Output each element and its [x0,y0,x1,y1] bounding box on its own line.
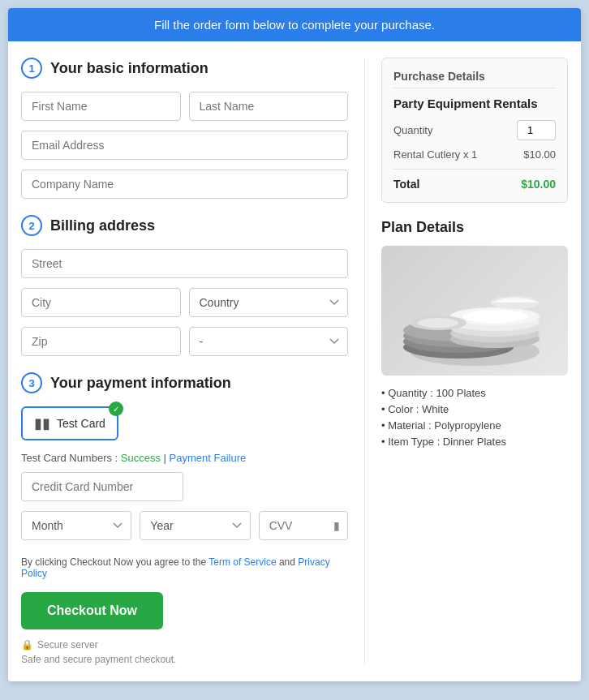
billing-section: 2 Billing address Country - [21,215,348,356]
card-selected-badge: ✓ [109,402,123,416]
state-select[interactable]: - [189,327,349,356]
line-item-label: Rental Cutlery x 1 [393,148,477,161]
credit-card-input[interactable] [21,472,183,501]
plan-spec-item: Quantity : 100 Plates [381,387,568,399]
purchase-item-title: Party Equipment Rentals [393,97,556,110]
email-row [21,131,348,160]
city-input[interactable] [21,288,181,317]
failure-link[interactable]: Payment Failure [170,452,247,464]
quantity-row: Quantity [393,120,556,140]
svg-point-13 [418,318,458,328]
basic-info-section: 1 Your basic information [21,58,348,199]
first-name-input[interactable] [21,92,181,121]
left-column: 1 Your basic information 2 Billi [21,58,365,665]
right-column: Purchase Details Party Equipment Rentals… [365,58,568,665]
street-input[interactable] [21,249,348,278]
plan-spec-item: Material : Polypropylene [381,419,568,432]
tos-link[interactable]: Term of Service [209,556,276,568]
card-label: Test Card [57,417,105,430]
payment-title: 3 Your payment information [21,372,348,393]
total-amount: $10.00 [521,178,556,191]
top-banner: Fill the order form below to complete yo… [8,8,581,41]
basic-info-title: 1 Your basic information [21,58,348,79]
email-input[interactable] [21,131,348,160]
step-3-circle: 3 [21,372,42,393]
zip-input[interactable] [21,327,181,356]
company-row [21,170,348,199]
total-row: Total $10.00 [393,178,556,191]
cc-number-row [21,472,348,501]
country-select[interactable]: Country [189,288,349,317]
secure-server-row: 🔒 Secure server [21,639,348,651]
expiry-cvv-row: Month 010203 040506 070809 101112 Year 2… [21,511,348,540]
secure-subtext: Safe and secure payment checkout. [21,654,348,665]
zip-state-row: - [21,327,348,356]
plan-details-title: Plan Details [381,219,568,236]
step-1-circle: 1 [21,58,42,79]
test-card-info: Test Card Numbers : Success | Payment Fa… [21,452,348,464]
plan-spec-item: Color : White [381,403,568,415]
success-link[interactable]: Success [121,452,161,464]
year-select[interactable]: Year 202420252026 20272028 [140,511,250,540]
month-select[interactable]: Month 010203 040506 070809 101112 [21,511,131,540]
plan-image [381,246,568,376]
credit-card-icon: ▮▮ [34,414,50,432]
line-item-row: Rental Cutlery x 1 $10.00 [393,148,556,170]
plan-spec-item: Item Type : Dinner Plates [381,436,568,448]
step-2-circle: 2 [21,215,42,236]
svg-point-10 [462,310,527,323]
company-input[interactable] [21,170,348,199]
quantity-input[interactable] [517,120,556,140]
plan-specs-list: Quantity : 100 PlatesColor : WhiteMateri… [381,387,568,448]
last-name-input[interactable] [189,92,349,121]
cvv-card-icon: ▮ [333,519,340,532]
name-row [21,92,348,121]
purchase-box-title: Purchase Details [393,70,556,88]
line-item-amount: $10.00 [523,148,556,161]
purchase-details-box: Purchase Details Party Equipment Rentals… [381,58,568,203]
cvv-wrapper: ▮ [259,511,348,540]
payment-section: 3 Your payment information ▮▮ Test Card … [21,372,348,540]
plan-details-section: Plan Details [381,219,568,448]
quantity-label: Quantity [393,124,432,136]
city-country-row: Country [21,288,348,317]
billing-title: 2 Billing address [21,215,348,236]
terms-text: By clicking Checkout Now you agree to th… [21,556,348,579]
card-option[interactable]: ▮▮ Test Card ✓ [21,406,118,440]
checkout-button[interactable]: Checkout Now [21,592,163,629]
total-label: Total [393,178,419,191]
lock-icon: 🔒 [21,639,33,651]
street-row [21,249,348,278]
